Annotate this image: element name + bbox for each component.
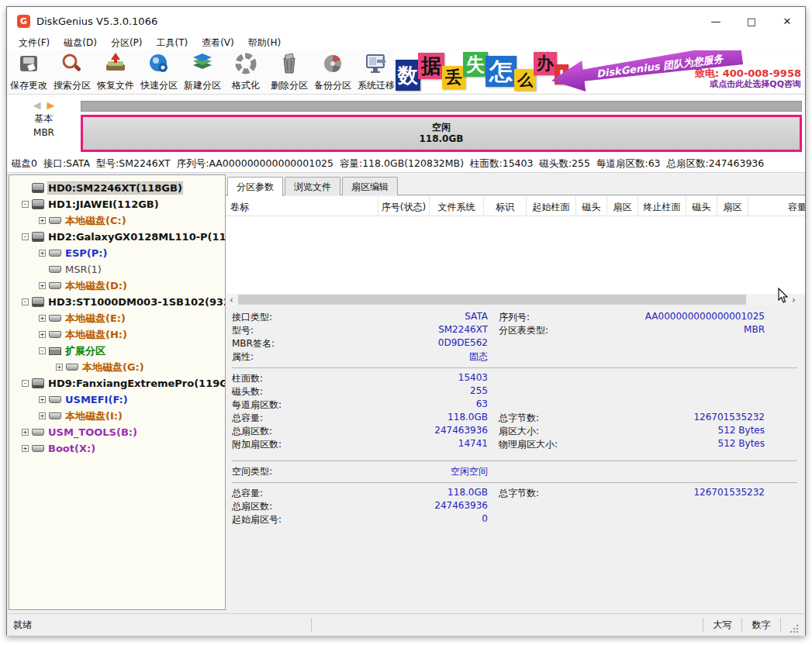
- menu-disk[interactable]: 磁盘(D): [57, 36, 104, 50]
- expand-icon[interactable]: +: [39, 250, 46, 257]
- collapse-icon[interactable]: -: [22, 233, 29, 240]
- quick-partition-button[interactable]: 快速分区: [137, 50, 181, 93]
- expand-icon[interactable]: +: [22, 429, 29, 436]
- column-header[interactable]: 容量: [748, 196, 805, 216]
- tree-item-local-e[interactable]: + 本地磁盘(E:): [9, 310, 225, 326]
- recover-files-button[interactable]: 恢复文件: [94, 50, 137, 93]
- detail-label: 分区表类型:: [499, 324, 615, 337]
- column-header[interactable]: 终止柱面: [638, 196, 686, 216]
- column-header[interactable]: 磁头: [576, 196, 607, 216]
- tree-item-local-c[interactable]: + 本地磁盘(C:): [9, 212, 225, 229]
- column-header[interactable]: 文件系统: [430, 196, 484, 216]
- detail-label: 总字节数:: [499, 412, 615, 425]
- tab-sector-edit[interactable]: 扇区编辑: [342, 177, 398, 195]
- menu-partition[interactable]: 分区(P): [104, 36, 150, 50]
- menu-view[interactable]: 查看(V): [195, 36, 241, 50]
- column-header[interactable]: 扇区: [717, 196, 748, 216]
- free-space-block[interactable]: 空闲 118.0GB: [81, 115, 802, 152]
- column-header[interactable]: 卷标: [226, 196, 378, 216]
- menu-help[interactable]: 帮助(H): [241, 36, 288, 50]
- expand-icon[interactable]: +: [39, 331, 46, 338]
- save-changes-button[interactable]: 保存更改: [7, 50, 50, 93]
- title-bar[interactable]: G DiskGenius V5.3.0.1066 — □ ✕: [7, 7, 805, 36]
- menu-file[interactable]: 文件(F): [12, 36, 57, 50]
- tree-item-hd0[interactable]: HD0:SM2246XT(118GB): [9, 180, 225, 196]
- expand-icon[interactable]: +: [22, 445, 29, 452]
- banner-qq-link[interactable]: 或点击此处选择QQ咨询: [695, 79, 801, 90]
- expand-icon[interactable]: +: [39, 217, 46, 224]
- system-migrate-button[interactable]: 系统迁移: [354, 50, 398, 93]
- scroll-right-icon[interactable]: ›: [788, 295, 800, 305]
- expand-icon[interactable]: +: [39, 412, 46, 419]
- banner-contact[interactable]: 致电: 400-008-9958 或点击此处选择QQ咨询: [695, 68, 801, 90]
- tree-item-usm-tools[interactable]: + USM_TOOLS(B:): [9, 424, 225, 440]
- column-header[interactable]: 起始柱面: [527, 196, 576, 216]
- nav-forward-icon[interactable]: ▶: [47, 99, 55, 111]
- minimize-button[interactable]: —: [698, 7, 734, 36]
- detail-label: 序列号:: [499, 311, 615, 324]
- search-partition-button[interactable]: 搜索分区: [50, 50, 94, 93]
- delete-partition-button[interactable]: 删除分区: [268, 50, 311, 93]
- promo-banner[interactable]: 数 据 丢 失 怎 么 办 ! DiskGenius 团队为您服务 致电: 40…: [394, 50, 803, 93]
- tool-label: 快速分区: [140, 79, 178, 92]
- horizontal-scrollbar[interactable]: ‹ ›: [226, 294, 800, 305]
- tree-item-esp-p[interactable]: + ESP(P:): [9, 245, 225, 261]
- column-header[interactable]: 磁头: [686, 196, 717, 216]
- backup-partition-button[interactable]: 备份分区: [311, 50, 354, 93]
- detail-label: 总容量:: [226, 487, 342, 500]
- tree-item-hd9[interactable]: - HD9:FanxiangExtremePro(119GB): [9, 375, 225, 391]
- section-divider: [232, 460, 797, 461]
- tree-item-msr[interactable]: MSR(1): [9, 261, 225, 278]
- scrollbar-thumb[interactable]: [238, 295, 746, 305]
- tab-partition-params[interactable]: 分区参数: [227, 177, 283, 196]
- detail-value: 空闲空间: [342, 465, 488, 478]
- tree-item-local-i[interactable]: + 本地磁盘(I:): [9, 408, 225, 424]
- collapse-icon[interactable]: -: [22, 201, 29, 208]
- tool-label: 系统迁移: [358, 79, 395, 92]
- tree-item-label: 扩展分区: [65, 344, 105, 358]
- collapse-icon[interactable]: -: [22, 380, 29, 387]
- menu-tools[interactable]: 工具(T): [149, 36, 195, 50]
- disk-map-slider[interactable]: [81, 101, 802, 112]
- close-button[interactable]: ✕: [769, 7, 805, 36]
- tree-item-boot-x[interactable]: + Boot(X:): [9, 440, 225, 457]
- expand-icon[interactable]: +: [39, 282, 46, 289]
- tree-item-hd1[interactable]: - HD1:JIAWEI(112GB): [9, 196, 225, 212]
- column-header[interactable]: 扇区: [607, 196, 638, 216]
- menu-bar: 文件(F) 磁盘(D) 分区(P) 工具(T) 查看(V) 帮助(H): [7, 36, 805, 50]
- tree-item-label: USM_TOOLS(B:): [48, 426, 137, 438]
- collapse-icon[interactable]: -: [22, 298, 29, 305]
- tree-item-hd3[interactable]: - HD3:ST1000DM003-1SB102(932GB): [9, 294, 225, 310]
- scroll-left-icon[interactable]: ‹: [226, 295, 237, 305]
- tree-item-local-d[interactable]: + 本地磁盘(D:): [9, 278, 225, 294]
- new-partition-button[interactable]: 新建分区: [181, 50, 224, 93]
- partition-icon: [49, 282, 61, 289]
- format-button[interactable]: 格式化: [224, 50, 268, 93]
- extended-partition-icon: [49, 347, 61, 355]
- collapse-icon[interactable]: -: [39, 347, 46, 354]
- tree-item-extended[interactable]: - 扩展分区: [9, 343, 225, 359]
- column-header[interactable]: 序号(状态): [378, 196, 430, 216]
- tab-browse-files[interactable]: 浏览文件: [285, 177, 340, 195]
- expand-icon[interactable]: +: [39, 315, 46, 322]
- section-divider: [232, 367, 797, 368]
- expand-icon[interactable]: +: [39, 396, 46, 403]
- disk-scheme-label: 基本: [7, 112, 81, 125]
- mouse-cursor: [778, 288, 789, 304]
- tree-item-local-g[interactable]: + 本地磁盘(G:): [9, 359, 225, 375]
- overview-nav: ◀ ▶ 基本 MBR: [7, 95, 81, 154]
- delete-partition-icon: [278, 52, 301, 78]
- main-area: HD0:SM2246XT(118GB) - HD1:JIAWEI(112GB) …: [7, 173, 805, 613]
- tree-item-label: 本地磁盘(E:): [65, 312, 126, 326]
- expand-icon[interactable]: +: [56, 364, 63, 371]
- resize-grip[interactable]: [781, 614, 801, 636]
- tree-item-local-h[interactable]: + 本地磁盘(H:): [9, 326, 225, 343]
- partition-table-body[interactable]: [226, 216, 805, 294]
- nav-back-icon[interactable]: ◀: [33, 99, 40, 111]
- column-header[interactable]: 标识: [484, 196, 527, 216]
- statusbar-divider: [311, 618, 312, 632]
- tree-item-hd2[interactable]: - HD2:GalaxyGX0128ML110-P(119GB): [9, 229, 225, 245]
- tree-item-usmefi[interactable]: + USMEFI(F:): [9, 391, 225, 408]
- detail-label: 接口类型:: [226, 311, 342, 324]
- maximize-button[interactable]: □: [734, 7, 769, 36]
